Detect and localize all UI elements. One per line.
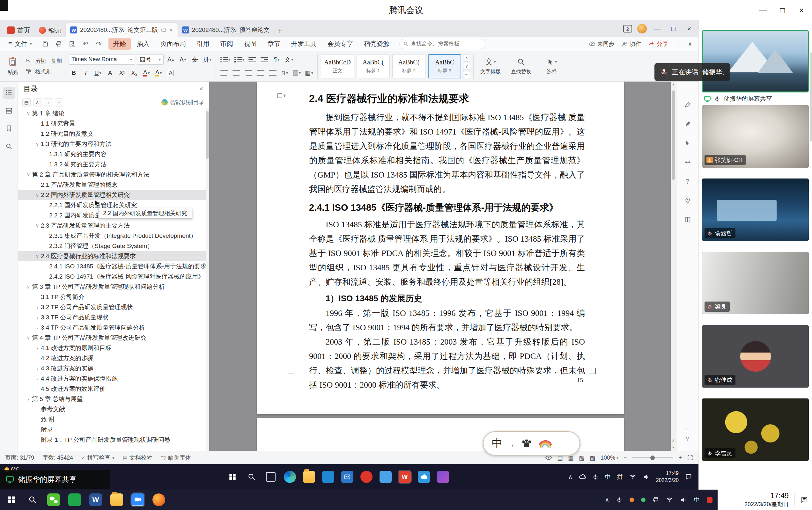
help-icon[interactable]: ?: [682, 176, 693, 187]
decrease-indent-button[interactable]: [247, 55, 257, 64]
toc-item[interactable]: ∨第 3 章 TP 公司产品研发质量管理现状和问题分析: [18, 282, 206, 292]
paste-button[interactable]: 粘贴: [3, 56, 23, 76]
pinyin-guide-button[interactable]: 拼▾: [202, 55, 212, 64]
style-card[interactable]: AaBbC( 标题 2: [392, 54, 426, 79]
highlight-button[interactable]: A▾: [153, 68, 164, 78]
increase-indent-button[interactable]: [259, 55, 269, 64]
ribbon-tab[interactable]: 引用: [192, 38, 214, 50]
next-page-icon[interactable]: ∨: [672, 445, 675, 449]
toc-expand-icon[interactable]: +: [44, 98, 52, 107]
tray-mic-icon[interactable]: [592, 474, 599, 480]
taskbar-search-icon[interactable]: [245, 471, 258, 483]
ribbon-tab[interactable]: 审阅: [215, 38, 238, 50]
toc-arrow-icon[interactable]: ∨: [34, 223, 41, 229]
ribbon-tab[interactable]: 开发工具: [286, 38, 321, 50]
toc-item[interactable]: ∨1.3 研究的主要内容和方法: [18, 139, 206, 149]
underline-button[interactable]: U▾: [93, 68, 103, 78]
ime-toolbar[interactable]: 中 ，: [483, 431, 580, 455]
font-size-select[interactable]: 四号▾: [137, 55, 164, 65]
participant-tile[interactable]: 李雪灵: [702, 398, 809, 461]
gallery-more-icon[interactable]: ⋯: [463, 71, 470, 78]
toc-item[interactable]: 1.1 研究背景: [18, 119, 206, 129]
ime-mode-indicator[interactable]: 中: [694, 496, 700, 504]
ime-paw-icon[interactable]: [522, 440, 531, 447]
spellcheck-button[interactable]: ✓拼写检查▾: [81, 454, 115, 461]
typesetting-button[interactable]: 文▾ 文字排版: [477, 54, 504, 79]
select-button[interactable]: ▾ 选择: [538, 54, 566, 79]
search-panel-icon[interactable]: [3, 140, 15, 152]
notification-icon[interactable]: [685, 473, 692, 480]
bookmark-panel-icon[interactable]: [3, 122, 15, 134]
tray-expand-icon[interactable]: ∧: [568, 473, 573, 480]
volume-icon[interactable]: [643, 473, 650, 480]
toc-arrow-icon[interactable]: ∨: [34, 141, 41, 147]
cut-button[interactable]: ✂剪切复制: [26, 57, 62, 65]
paragraph-mark-button[interactable]: ¶▾: [271, 55, 282, 64]
bold-button[interactable]: B: [68, 68, 79, 78]
mail-icon[interactable]: [341, 471, 353, 483]
font-name-select[interactable]: Times New Roma▾: [68, 55, 135, 65]
char-border-button[interactable]: A: [166, 68, 176, 78]
toc-item[interactable]: 1.3.1 研究的主要内容: [18, 149, 206, 159]
print-icon[interactable]: [54, 41, 63, 47]
scroll-up-icon[interactable]: ∧: [672, 82, 675, 89]
text-direction-button[interactable]: 文▾: [284, 55, 294, 64]
local-clock-area[interactable]: 17:49 2022/3/20/星期日: [718, 489, 812, 510]
superscript-button[interactable]: X²: [117, 68, 127, 78]
shading-button[interactable]: ▾: [292, 68, 302, 78]
bullet-list-button[interactable]: ▾: [219, 55, 231, 64]
participant-tile[interactable]: 梁良: [702, 252, 809, 314]
toc-item[interactable]: ∨2.4 医疗器械行业的标准和法规要求: [18, 251, 206, 261]
ribbon-tab[interactable]: 会员专享: [323, 38, 358, 50]
wps-home-tab[interactable]: 首页: [3, 24, 34, 37]
task-view-icon[interactable]: [265, 471, 277, 483]
align-right-button[interactable]: [243, 68, 254, 78]
toc-arrow-icon[interactable]: ∨: [25, 111, 32, 116]
ime-mode-indicator[interactable]: 中: [605, 473, 611, 481]
locate-pin-icon[interactable]: [682, 195, 693, 206]
zoom-slider[interactable]: [632, 457, 673, 458]
participant-tile[interactable]: 俞涵哲: [702, 179, 809, 241]
participant-tile[interactable]: 张笑妍-CH: [702, 105, 809, 168]
read-mode-icon[interactable]: [682, 214, 693, 225]
toc-item[interactable]: ›4.3 改进方案的实施: [18, 363, 206, 373]
photos-app-icon[interactable]: [437, 471, 449, 483]
collapse-ribbon-icon[interactable]: ∧: [688, 40, 692, 48]
participant-tile[interactable]: 密佳成: [702, 325, 809, 388]
toc-item[interactable]: ›3.4 TP 公司产品研发质量管理问题分析: [18, 323, 206, 333]
ime-punct-icon[interactable]: ，: [509, 439, 516, 448]
read-view-icon[interactable]: ▧: [579, 454, 585, 461]
toc-locate-icon[interactable]: ∧: [33, 98, 41, 107]
toc-close-icon[interactable]: ×: [199, 85, 203, 93]
toc-arrow-icon[interactable]: ∨: [25, 284, 32, 290]
tray-status-icon[interactable]: [641, 498, 645, 502]
store-icon[interactable]: [322, 471, 334, 483]
tray-red-app-icon[interactable]: [707, 497, 713, 503]
zoom-slider-knob[interactable]: [650, 455, 655, 460]
ime-mode[interactable]: 中: [492, 436, 503, 451]
font-color-button[interactable]: A▾: [141, 68, 151, 78]
history-panel-icon[interactable]: [3, 104, 15, 117]
gallery-down-icon[interactable]: ∨: [463, 63, 470, 70]
missing-font-button[interactable]: T?缺失字体: [161, 454, 191, 461]
borders-button[interactable]: ▦▾: [304, 68, 314, 78]
file-explorer-icon[interactable]: [303, 471, 315, 483]
volume-icon[interactable]: [680, 496, 687, 503]
find-replace-button[interactable]: 查找替换: [508, 54, 535, 79]
wifi-icon[interactable]: [666, 496, 673, 503]
word-count[interactable]: 字数: 45424: [42, 454, 73, 461]
toc-item[interactable]: 附录: [18, 425, 206, 435]
web-view-icon[interactable]: ▩: [590, 454, 596, 461]
command-search[interactable]: [399, 39, 486, 49]
notification-center-icon[interactable]: [801, 496, 808, 504]
toc-item[interactable]: 2.4.2 ISO 14971《医疗器械 风险管理对医疗器械的应用》: [18, 272, 206, 282]
prev-page-icon[interactable]: ∧: [672, 438, 675, 443]
toc-item[interactable]: 4.2 改进方案的步骤: [18, 353, 206, 363]
tray-printer-icon[interactable]: [652, 497, 659, 503]
toc-arrow-icon[interactable]: ∨: [25, 172, 32, 178]
distribute-button[interactable]: [268, 68, 278, 78]
document-canvas[interactable]: ▾ 2.4 医疗器械行业的标准和法规要求提到医疗器械行业，就不得不提到国际标准 …: [209, 82, 676, 451]
docs-app-icon[interactable]: [379, 471, 392, 483]
toc-arrow-icon[interactable]: ∨: [34, 192, 41, 198]
format-painter-button[interactable]: 格式刷: [26, 68, 62, 75]
